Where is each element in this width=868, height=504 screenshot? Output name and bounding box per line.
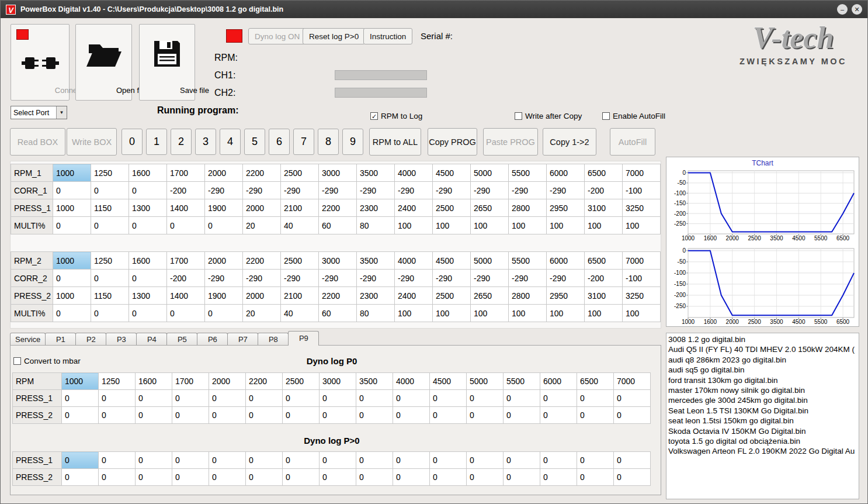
table-cell[interactable]: 1000: [53, 287, 91, 305]
table-cell[interactable]: 0: [62, 390, 99, 407]
table-cell[interactable]: -290: [395, 182, 433, 199]
table-cell[interactable]: 4000: [393, 373, 430, 390]
copy-1-to-2-button[interactable]: Copy 1->2: [543, 128, 596, 156]
table-cell[interactable]: 0: [167, 305, 205, 322]
table-cell[interactable]: 0: [467, 452, 504, 469]
table-cell[interactable]: 0: [393, 452, 430, 469]
table-cell[interactable]: 2200: [246, 373, 283, 390]
digit-button-7[interactable]: 7: [293, 129, 314, 155]
table-cell[interactable]: 3000: [320, 373, 356, 390]
file-list-item[interactable]: master 170km nowy silnik go digital.bin: [668, 385, 859, 395]
table-cell[interactable]: 3500: [357, 252, 395, 270]
table-cell[interactable]: 1600: [129, 252, 167, 270]
tab-p4[interactable]: P4: [136, 333, 167, 346]
table-cell[interactable]: 0: [172, 407, 209, 424]
table-cell[interactable]: 100: [509, 217, 547, 234]
table-cell[interactable]: 100: [623, 305, 661, 322]
table-cell[interactable]: 80: [357, 305, 395, 322]
table-cell[interactable]: 0: [62, 452, 99, 469]
table-cell[interactable]: 100: [547, 305, 585, 322]
tab-p2[interactable]: P2: [75, 333, 106, 346]
file-list-item[interactable]: toyota 1.5 go digital od obciążenia.bin: [668, 436, 859, 446]
table-cell[interactable]: 1700: [172, 373, 209, 390]
table-cell[interactable]: 0: [246, 452, 283, 469]
table-cell[interactable]: 0: [320, 407, 356, 424]
table-cell[interactable]: 0: [209, 452, 246, 469]
table-cell[interactable]: 0: [209, 407, 246, 424]
table-cell[interactable]: -200: [585, 182, 623, 199]
table-cell[interactable]: 2800: [509, 199, 547, 217]
table-cell[interactable]: -290: [357, 270, 395, 287]
table-cell[interactable]: 0: [91, 305, 129, 322]
table-cell[interactable]: -290: [281, 270, 319, 287]
table-cell[interactable]: 0: [246, 407, 283, 424]
table-cell[interactable]: 2000: [243, 287, 281, 305]
rpm-to-all-button[interactable]: RPM to ALL: [369, 128, 421, 156]
tab-service[interactable]: Service: [10, 333, 46, 346]
table-cell[interactable]: 0: [283, 469, 320, 486]
table-cell[interactable]: -290: [357, 182, 395, 199]
table-cell[interactable]: 0: [205, 305, 243, 322]
table-cell[interactable]: 0: [172, 390, 209, 407]
table-cell[interactable]: 7000: [623, 164, 661, 182]
table-cell[interactable]: 0: [99, 469, 136, 486]
enable-autofill-checkbox[interactable]: Enable AutoFill: [602, 112, 665, 120]
table-cell[interactable]: 1300: [129, 199, 167, 217]
table-cell[interactable]: 0: [129, 217, 167, 234]
save-file-button[interactable]: Save file: [139, 24, 195, 101]
table-cell[interactable]: 0: [504, 407, 540, 424]
table-cell[interactable]: 2500: [433, 199, 471, 217]
tab-p5[interactable]: P5: [166, 333, 197, 346]
table-cell[interactable]: 7000: [614, 373, 651, 390]
table-cell[interactable]: 0: [283, 452, 320, 469]
table-cell[interactable]: 1000: [53, 252, 91, 270]
table-cell[interactable]: 0: [356, 390, 393, 407]
table-cell[interactable]: 2000: [205, 252, 243, 270]
table-cell[interactable]: 5000: [471, 252, 509, 270]
table-cell[interactable]: 2500: [433, 287, 471, 305]
table-cell[interactable]: -290: [319, 182, 357, 199]
table-cell[interactable]: 5500: [504, 373, 540, 390]
table-cell[interactable]: 0: [430, 452, 467, 469]
table-cell[interactable]: 20: [243, 217, 281, 234]
table-cell[interactable]: 5500: [509, 164, 547, 182]
table-cell[interactable]: 2100: [281, 199, 319, 217]
table-cell[interactable]: 0: [614, 469, 651, 486]
table-cell[interactable]: 3000: [319, 164, 357, 182]
rpm-to-log-checkbox[interactable]: ✓ RPM to Log: [370, 112, 422, 120]
table-cell[interactable]: 0: [320, 469, 356, 486]
digit-button-9[interactable]: 9: [342, 129, 363, 155]
connect-button[interactable]: Connect: [11, 24, 70, 101]
table-cell[interactable]: 0: [136, 407, 172, 424]
table-cell[interactable]: 0: [129, 270, 167, 287]
table-cell[interactable]: 1600: [136, 373, 172, 390]
digit-button-0[interactable]: 0: [121, 129, 143, 155]
table-cell[interactable]: 0: [467, 390, 504, 407]
table-cell[interactable]: 0: [614, 390, 651, 407]
file-list-item[interactable]: 3008 1.2 go digital.bin: [668, 334, 859, 344]
table-cell[interactable]: -290: [471, 270, 509, 287]
table-cell[interactable]: 2500: [281, 164, 319, 182]
table-cell[interactable]: 2650: [471, 199, 509, 217]
table-cell[interactable]: 0: [577, 469, 614, 486]
table-cell[interactable]: -290: [433, 270, 471, 287]
table-cell[interactable]: 0: [99, 390, 136, 407]
table-cell[interactable]: 100: [433, 217, 471, 234]
table-cell[interactable]: 2000: [205, 164, 243, 182]
table-cell[interactable]: -290: [471, 182, 509, 199]
table-cell[interactable]: -290: [547, 182, 585, 199]
table-cell[interactable]: 3100: [585, 287, 623, 305]
table-cell[interactable]: 2800: [509, 287, 547, 305]
digit-button-1[interactable]: 1: [146, 129, 167, 155]
tab-p6[interactable]: P6: [197, 333, 228, 346]
digit-button-5[interactable]: 5: [244, 129, 265, 155]
table-cell[interactable]: 1400: [167, 199, 205, 217]
table-cell[interactable]: -290: [243, 182, 281, 199]
table-cell[interactable]: 100: [509, 305, 547, 322]
table-cell[interactable]: 6000: [540, 373, 577, 390]
table-cell[interactable]: 2400: [395, 287, 433, 305]
table-cell[interactable]: 0: [393, 390, 430, 407]
table-cell[interactable]: 0: [356, 469, 393, 486]
table-cell[interactable]: 3250: [623, 199, 661, 217]
close-icon[interactable]: ✕: [852, 4, 862, 15]
